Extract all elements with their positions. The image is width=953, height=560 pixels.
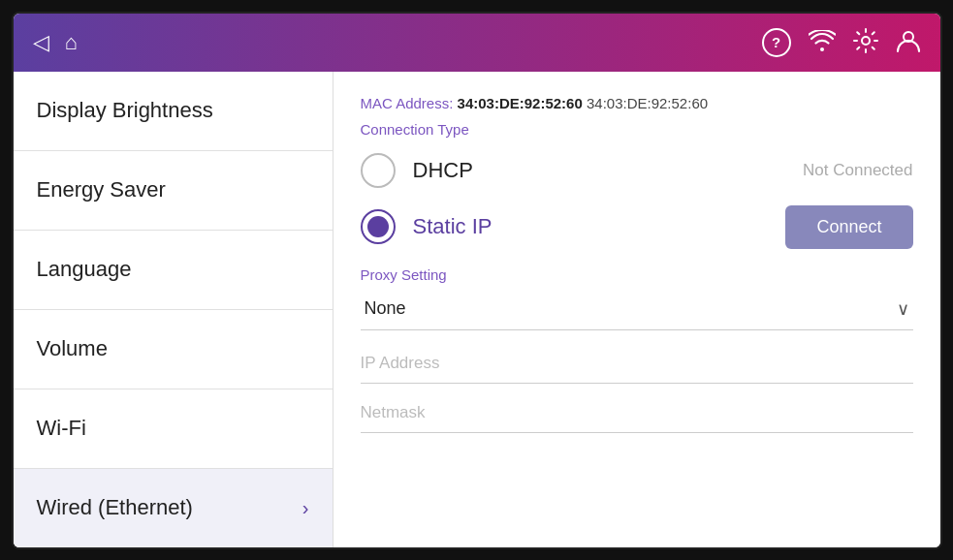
sidebar-item-volume[interactable]: Volume (14, 310, 333, 389)
header-right: ? (762, 28, 921, 57)
proxy-chevron-down-icon: ∨ (897, 298, 909, 320)
header-bar: ◁ ⌂ ? (14, 14, 940, 72)
proxy-value: None (365, 298, 406, 319)
netmask-placeholder[interactable]: Netmask (361, 403, 913, 433)
help-icon[interactable]: ? (762, 28, 791, 57)
settings-icon[interactable] (853, 28, 878, 57)
netmask-field[interactable]: Netmask (361, 403, 913, 433)
header-left: ◁ ⌂ (33, 32, 78, 53)
static-ip-radio[interactable] (361, 209, 396, 244)
sidebar-item-language[interactable]: Language (14, 231, 333, 310)
dhcp-option[interactable]: DHCP (361, 153, 473, 188)
not-connected-status: Not Connected (803, 161, 912, 180)
detail-panel: MAC Address: 34:03:DE:92:52:60 34:03:DE:… (334, 72, 940, 547)
dhcp-label: DHCP (413, 158, 473, 183)
static-ip-label: Static IP (413, 214, 492, 239)
back-button[interactable]: ◁ (33, 32, 49, 53)
sidebar: Display Brightness Energy Saver Language… (14, 72, 334, 547)
sidebar-item-display-brightness[interactable]: Display Brightness (14, 72, 333, 151)
main-content: Display Brightness Energy Saver Language… (14, 72, 940, 547)
sidebar-item-wifi[interactable]: Wi-Fi (14, 389, 333, 469)
static-ip-row: Static IP Connect (361, 205, 913, 249)
svg-point-0 (862, 37, 870, 45)
proxy-setting-label: Proxy Setting (361, 266, 913, 283)
sidebar-item-energy-saver[interactable]: Energy Saver (14, 151, 333, 231)
proxy-dropdown[interactable]: None ∨ (361, 289, 913, 330)
wired-ethernet-chevron: › (302, 497, 309, 519)
connection-type-label: Connection Type (361, 121, 913, 138)
home-button[interactable]: ⌂ (65, 32, 78, 53)
user-icon[interactable] (896, 28, 921, 57)
mac-address-row: MAC Address: 34:03:DE:92:52:60 34:03:DE:… (361, 95, 913, 111)
proxy-section: Proxy Setting None ∨ (361, 266, 913, 330)
mac-address-value: 34:03:DE:92:52:60 (458, 95, 583, 111)
dhcp-row: DHCP Not Connected (361, 153, 913, 188)
ip-address-placeholder[interactable]: IP Address (361, 354, 913, 384)
mac-address-label: MAC Address: (361, 95, 454, 111)
dhcp-radio[interactable] (361, 153, 396, 188)
connect-button[interactable]: Connect (785, 205, 912, 249)
ip-address-field[interactable]: IP Address (361, 354, 913, 384)
wifi-icon[interactable] (809, 30, 836, 55)
sidebar-item-wired-ethernet[interactable]: Wired (Ethernet) › (14, 469, 333, 547)
mac-address-value-text: 34:03:DE:92:52:60 (587, 95, 708, 111)
device-frame: ◁ ⌂ ? (12, 12, 942, 549)
static-ip-option[interactable]: Static IP (361, 209, 492, 244)
